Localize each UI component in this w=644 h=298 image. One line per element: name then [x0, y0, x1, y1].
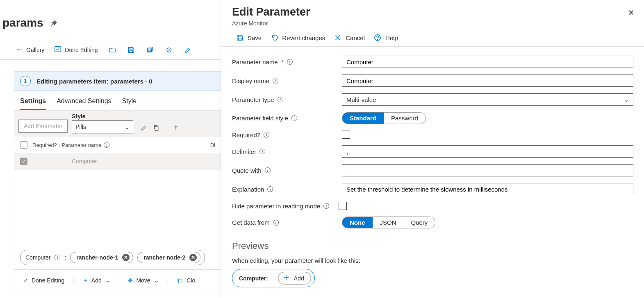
param-type-select[interactable]: Multi-value	[342, 93, 633, 106]
info-icon[interactable]	[264, 132, 269, 138]
required-checkbox[interactable]	[342, 131, 350, 139]
svg-rect-6	[179, 279, 182, 283]
opt-password[interactable]: Password	[384, 113, 426, 124]
edit-icon[interactable]	[180, 44, 196, 56]
panel-subtitle: Azure Monitor	[232, 20, 633, 27]
delimiter-input[interactable]	[342, 145, 633, 158]
info-icon[interactable]	[265, 167, 271, 173]
style-value: Pills	[75, 124, 86, 130]
label-hide-reading: Hide parameter in reading mode	[232, 203, 320, 210]
toolbar-separator: |	[165, 124, 167, 131]
settings-icon[interactable]	[161, 44, 177, 56]
label-delimiter: Delimiter	[232, 148, 256, 155]
chip-remove-icon[interactable]: ✕	[189, 254, 197, 261]
info-icon[interactable]	[267, 186, 273, 192]
add-action[interactable]: ＋ Add	[79, 274, 114, 287]
card-tabs: Settings Advanced Settings Style	[14, 91, 221, 110]
open-icon[interactable]	[105, 44, 120, 56]
clone-action[interactable]: Clo	[173, 275, 198, 286]
row-explanation: Explanation	[232, 180, 633, 199]
opt-none[interactable]: None	[342, 217, 373, 228]
card-header-title: Editing parameters item: parameters - 0	[36, 78, 152, 85]
info-icon[interactable]	[55, 255, 60, 260]
tab-advanced[interactable]: Advanced Settings	[57, 95, 111, 110]
preview-label: Computer:	[239, 275, 268, 282]
help-button[interactable]: Help	[374, 34, 398, 41]
style-select[interactable]: Pills	[72, 120, 133, 133]
display-name-input[interactable]	[342, 74, 633, 87]
param-toolbar-icons: |	[141, 124, 179, 133]
table-row[interactable]: Computer	[14, 153, 221, 170]
plus-icon: ＋	[82, 277, 88, 284]
clone-action-label: Clo	[187, 277, 195, 284]
cancel-button[interactable]: Cancel	[334, 34, 365, 41]
filter-chip[interactable]: rancher-node-1 ✕	[70, 252, 133, 263]
move-up-icon[interactable]	[173, 124, 179, 131]
opt-json[interactable]: JSON	[373, 217, 404, 228]
row-checkbox[interactable]	[20, 158, 27, 165]
info-icon[interactable]	[273, 220, 279, 226]
label-param-type: Parameter type	[232, 96, 274, 103]
param-name-input[interactable]	[342, 56, 633, 68]
edit-row-icon[interactable]	[141, 124, 147, 131]
chip-label: rancher-node-1	[76, 254, 118, 261]
row-param-name: Parameter name *	[232, 52, 633, 71]
done-editing-icon	[54, 45, 61, 54]
gallery-button[interactable]: Gallery	[12, 43, 48, 56]
cancel-label: Cancel	[346, 34, 365, 41]
info-icon[interactable]	[278, 97, 283, 102]
move-action-label: Move	[136, 277, 150, 284]
info-icon[interactable]	[259, 149, 265, 154]
done-editing-action-label: Done Editing	[32, 277, 64, 284]
preview-add-button[interactable]: Add	[278, 272, 311, 284]
arrow-left-icon	[16, 45, 23, 54]
save-icon[interactable]	[123, 44, 139, 56]
tab-settings[interactable]: Settings	[20, 95, 46, 110]
svg-rect-2	[130, 50, 132, 52]
row-param-type: Parameter type Multi-value	[232, 90, 633, 109]
save-icon	[236, 34, 243, 41]
pin-icon[interactable]	[51, 16, 57, 29]
preview-add-label: Add	[294, 275, 304, 282]
save-button[interactable]: Save	[236, 34, 262, 41]
check-icon: ✓	[23, 277, 28, 284]
quote-input[interactable]	[342, 164, 633, 176]
col-separator: |	[57, 142, 61, 148]
hide-reading-checkbox[interactable]	[339, 202, 347, 210]
revert-button[interactable]: Revert changes	[271, 34, 325, 41]
info-icon[interactable]	[287, 59, 293, 65]
copy-row-icon[interactable]	[153, 124, 159, 131]
svg-rect-7	[238, 35, 241, 37]
explanation-input[interactable]	[342, 183, 633, 195]
label-field-style: Parameter field style	[232, 115, 288, 122]
table-header: Required? | Parameter name Di	[14, 137, 221, 153]
main-toolbar: Gallery Done Editing	[0, 37, 221, 60]
chip-remove-icon[interactable]: ✕	[122, 254, 130, 261]
opt-standard[interactable]: Standard	[342, 113, 384, 124]
done-editing-button[interactable]: Done Editing	[51, 43, 101, 56]
info-icon[interactable]	[291, 115, 297, 121]
select-all-checkbox[interactable]	[20, 141, 27, 149]
panel-title: Edit Parameter	[232, 6, 633, 18]
filter-chip[interactable]: rancher-node-2 ✕	[137, 252, 200, 263]
param-type-value: Multi-value	[346, 96, 376, 103]
card-actions: ✓ Done Editing | ＋ Add | ✥ Move | Clo	[14, 269, 221, 291]
label-explanation: Explanation	[232, 186, 264, 193]
add-parameter-button[interactable]: Add Parameter	[18, 120, 68, 133]
save-as-icon[interactable]	[142, 44, 158, 56]
close-icon[interactable]: ✕	[628, 8, 634, 17]
tab-style[interactable]: Style	[122, 95, 137, 110]
info-icon[interactable]	[273, 78, 278, 84]
main-column: params Gallery Done Editing	[0, 0, 221, 298]
move-action[interactable]: ✥ Move	[125, 274, 162, 287]
info-icon[interactable]	[323, 203, 329, 209]
add-action-label: Add	[91, 277, 102, 284]
label-get-data: Get data from	[232, 219, 270, 226]
page-title-row: params	[0, 0, 221, 29]
col-display-abbrev: Di	[210, 142, 215, 148]
info-icon[interactable]	[104, 142, 109, 148]
help-label: Help	[385, 34, 398, 41]
done-editing-action[interactable]: ✓ Done Editing	[20, 275, 68, 286]
filter-pill-group[interactable]: Computer : rancher-node-1 ✕ rancher-node…	[20, 250, 205, 265]
opt-query[interactable]: Query	[404, 217, 435, 228]
